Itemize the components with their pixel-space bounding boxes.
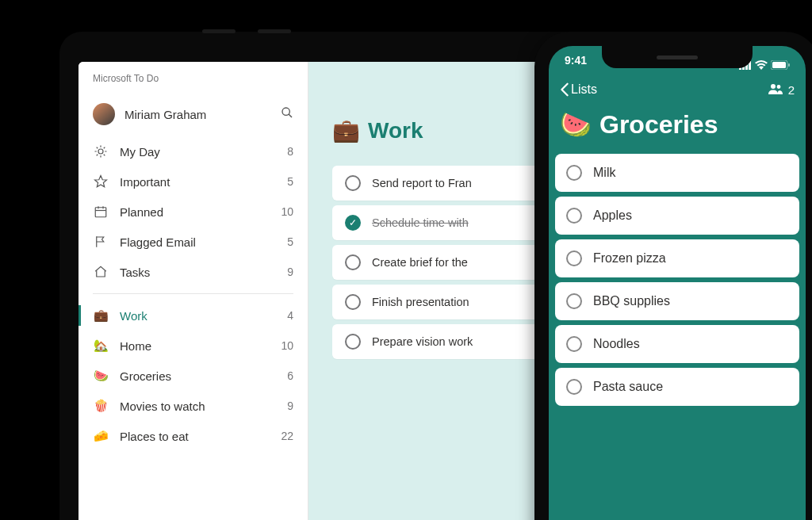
task-label: Milk [593, 166, 615, 180]
list-emoji-icon: 💼 [93, 308, 109, 323]
task-row[interactable]: Finish presentation [332, 285, 567, 319]
back-label: Lists [571, 82, 597, 97]
clock: 9:41 [565, 54, 587, 78]
svg-line-8 [104, 155, 105, 156]
avatar [93, 103, 115, 125]
tablet-device: Microsoft To Do Miriam Graham My Day8Imp… [59, 32, 599, 520]
task-label: Prepare vision work [372, 335, 473, 348]
home-icon [93, 265, 109, 279]
people-icon [768, 83, 783, 97]
checkbox-icon[interactable] [566, 165, 582, 181]
sidebar-item-count: 9 [287, 400, 293, 412]
sidebar-item-planned[interactable]: Planned10 [79, 197, 308, 227]
task-label: Frozen pizza [593, 251, 666, 266]
tablet-screen: Microsoft To Do Miriam Graham My Day8Imp… [79, 62, 580, 520]
task-list: Send report to Fran✓Schedule time withCr… [332, 166, 567, 359]
svg-rect-22 [772, 62, 786, 68]
sidebar-item-label: Important [120, 175, 276, 189]
task-row[interactable]: Create brief for the [332, 245, 567, 280]
chevron-left-icon [560, 82, 569, 97]
flag-icon [93, 235, 109, 249]
sidebar-item-label: Movies to watch [120, 400, 276, 413]
sidebar-item-count: 22 [281, 430, 293, 442]
nav-divider [93, 293, 293, 294]
checkbox-icon[interactable] [345, 175, 361, 191]
task-label: Send report to Fran [372, 177, 472, 189]
back-button[interactable]: Lists [560, 82, 597, 97]
sidebar-item-label: Home [120, 339, 270, 353]
task-row[interactable]: Prepare vision work [332, 324, 567, 359]
sun-icon [93, 144, 109, 159]
sidebar-item-groceries[interactable]: 🍉Groceries6 [79, 361, 308, 391]
sidebar-item-home[interactable]: 🏡Home10 [79, 331, 308, 361]
task-row[interactable]: Send report to Fran [332, 166, 567, 201]
task-row[interactable]: Milk [555, 154, 799, 192]
phone-notch [602, 46, 753, 68]
search-icon[interactable] [281, 106, 293, 122]
list-emoji-icon: 🍿 [93, 399, 109, 413]
task-row[interactable]: Noodles [555, 325, 799, 363]
task-label: Apples [593, 208, 632, 223]
task-label: Finish presentation [372, 296, 469, 308]
sidebar-item-flagged-email[interactable]: Flagged Email5 [79, 227, 308, 257]
svg-point-24 [771, 84, 776, 89]
checkbox-icon[interactable] [566, 336, 582, 352]
sidebar-item-count: 8 [287, 145, 293, 158]
task-label: Create brief for the [372, 256, 468, 269]
tablet-volume-up [202, 29, 236, 33]
sidebar-item-important[interactable]: Important5 [79, 166, 308, 197]
phone-device: 9:41 Lists [534, 32, 812, 520]
sidebar-item-count: 10 [281, 339, 293, 352]
sidebar-item-tasks[interactable]: Tasks9 [79, 257, 308, 287]
checkbox-icon[interactable] [566, 250, 582, 266]
sidebar-item-my-day[interactable]: My Day8 [79, 136, 308, 166]
list-emoji-icon: 🏡 [93, 338, 109, 353]
sidebar-item-work[interactable]: 💼Work4 [79, 300, 308, 331]
user-row[interactable]: Miriam Graham [79, 98, 308, 136]
sidebar-item-label: Groceries [120, 369, 276, 383]
list-title-row: 🍉 Groceries [549, 108, 806, 154]
task-row[interactable]: Apples [555, 197, 799, 235]
tablet-volume-down [258, 29, 291, 33]
sidebar-item-movies-to-watch[interactable]: 🍿Movies to watch9 [79, 391, 308, 421]
checkbox-icon[interactable] [345, 294, 361, 310]
sidebar-item-count: 5 [287, 175, 293, 188]
sidebar-item-label: Flagged Email [120, 235, 276, 249]
star-icon [93, 174, 109, 189]
share-button[interactable]: 2 [768, 83, 795, 97]
sidebar-item-count: 5 [287, 235, 293, 248]
list-emoji-icon: 🍉 [93, 369, 109, 383]
sidebar-item-count: 9 [287, 266, 293, 278]
list-title-emoji: 🍉 [560, 109, 592, 140]
checkbox-icon[interactable] [566, 379, 582, 395]
task-label: BBQ supplies [593, 294, 670, 308]
list-title-emoji: 💼 [332, 117, 360, 143]
checkbox-icon[interactable] [566, 293, 582, 309]
checkbox-checked-icon[interactable]: ✓ [345, 215, 361, 231]
wifi-icon [755, 59, 768, 72]
svg-line-7 [97, 147, 98, 149]
sidebar-item-count: 4 [287, 309, 293, 322]
phone-nav-bar: Lists 2 [549, 78, 806, 108]
task-row[interactable]: ✓Schedule time with [332, 205, 567, 240]
task-row[interactable]: Pasta sauce [555, 368, 799, 406]
sidebar-item-label: Places to eat [120, 430, 270, 443]
task-label: Noodles [593, 337, 640, 351]
share-count-value: 2 [788, 83, 795, 97]
list-title: Work [368, 118, 423, 143]
list-title-row: 💼 Work [332, 117, 567, 143]
svg-point-25 [776, 85, 780, 89]
task-label: Schedule time with [372, 216, 469, 229]
sidebar-item-places-to-eat[interactable]: 🧀Places to eat22 [79, 421, 308, 451]
checkbox-icon[interactable] [566, 208, 582, 224]
user-name: Miriam Graham [124, 108, 281, 121]
phone-screen: 9:41 Lists [549, 46, 806, 520]
task-label: Pasta sauce [593, 380, 663, 394]
task-row[interactable]: Frozen pizza [555, 239, 799, 277]
task-row[interactable]: BBQ supplies [555, 282, 799, 320]
checkbox-icon[interactable] [345, 254, 361, 270]
checkbox-icon[interactable] [345, 334, 361, 350]
sidebar: Microsoft To Do Miriam Graham My Day8Imp… [79, 62, 308, 520]
svg-rect-12 [95, 208, 106, 217]
nav-smart: My Day8Important5Planned10Flagged Email5… [79, 136, 308, 287]
